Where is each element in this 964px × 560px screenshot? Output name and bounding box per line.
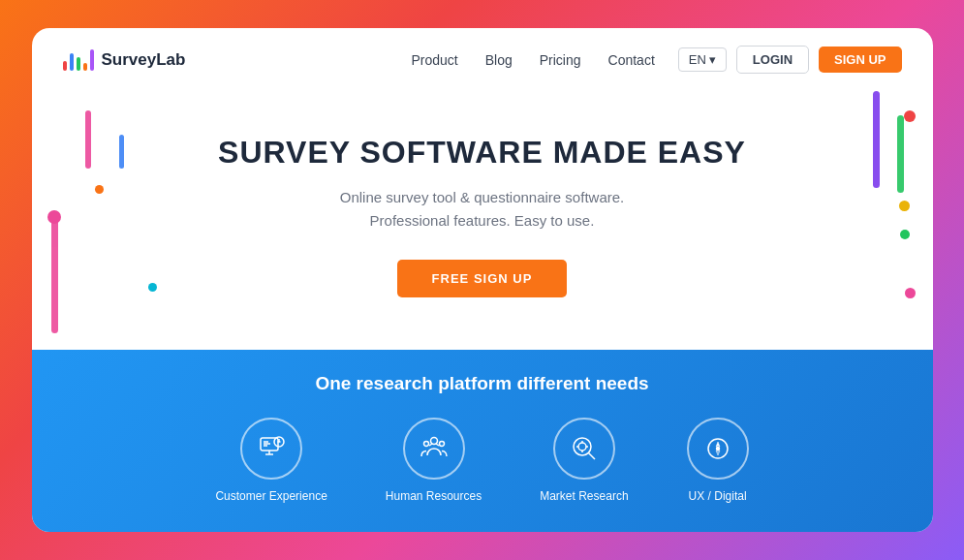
human-resources-label: Human Resources [386, 489, 482, 503]
main-card: SurveyLab Product Blog Pricing Contact E… [32, 28, 933, 532]
nav-blog[interactable]: Blog [485, 52, 513, 68]
login-button[interactable]: LOGIN [736, 46, 809, 74]
svg-line-15 [588, 453, 595, 460]
nav-links: Product Blog Pricing Contact [411, 52, 654, 68]
logo-icon [63, 49, 94, 71]
language-button[interactable]: EN ▾ [678, 47, 727, 72]
svg-point-11 [439, 442, 444, 447]
svg-line-12 [429, 444, 432, 446]
lang-label: EN [689, 52, 706, 67]
category-human-resources: Human Resources [386, 418, 482, 503]
category-ux-digital: UX / Digital [687, 418, 749, 503]
chevron-down-icon: ▾ [709, 52, 716, 67]
top-section: SurveyLab Product Blog Pricing Contact E… [32, 28, 933, 350]
market-research-svg [568, 432, 601, 465]
svg-marker-23 [716, 451, 720, 455]
bottom-title: One research platform different needs [315, 373, 648, 394]
human-resources-icon-circle [403, 418, 465, 480]
bottom-section: One research platform different needs [32, 350, 933, 532]
customer-experience-label: Customer Experience [215, 489, 327, 503]
nav-actions: EN ▾ LOGIN SIGN UP [678, 46, 902, 74]
nav-contact[interactable]: Contact [608, 52, 655, 68]
signup-button[interactable]: SIGN UP [819, 47, 901, 73]
svg-marker-22 [716, 442, 720, 447]
category-market-research: Market Research [540, 418, 628, 503]
svg-point-14 [574, 438, 591, 455]
svg-point-10 [423, 442, 428, 447]
categories-list: Customer Experience [215, 418, 748, 503]
svg-line-13 [436, 444, 439, 446]
svg-point-16 [578, 443, 586, 451]
hero-section: SURVEY SOFTWARE MADE EASY Online survey … [218, 91, 746, 350]
nav-pricing[interactable]: Pricing [540, 52, 581, 68]
hero-title: SURVEY SOFTWARE MADE EASY [218, 135, 746, 171]
free-signup-button[interactable]: FREE SIGN UP [397, 260, 568, 297]
brand-name: SurveyLab [102, 50, 186, 70]
market-research-label: Market Research [540, 489, 628, 503]
navbar: SurveyLab Product Blog Pricing Contact E… [32, 28, 933, 91]
ux-digital-icon-circle [687, 418, 749, 480]
svg-point-24 [716, 448, 719, 451]
nav-product[interactable]: Product [411, 52, 457, 68]
ux-digital-label: UX / Digital [689, 489, 747, 503]
logo[interactable]: SurveyLab [63, 49, 186, 71]
hero-subtitle: Online survey tool & questionnaire softw… [340, 186, 625, 233]
customer-experience-icon-circle [240, 418, 302, 480]
ux-digital-svg [701, 432, 734, 465]
category-customer-experience: Customer Experience [215, 418, 327, 503]
human-resources-svg [418, 432, 451, 465]
customer-experience-svg [255, 432, 288, 465]
market-research-icon-circle [553, 418, 615, 480]
